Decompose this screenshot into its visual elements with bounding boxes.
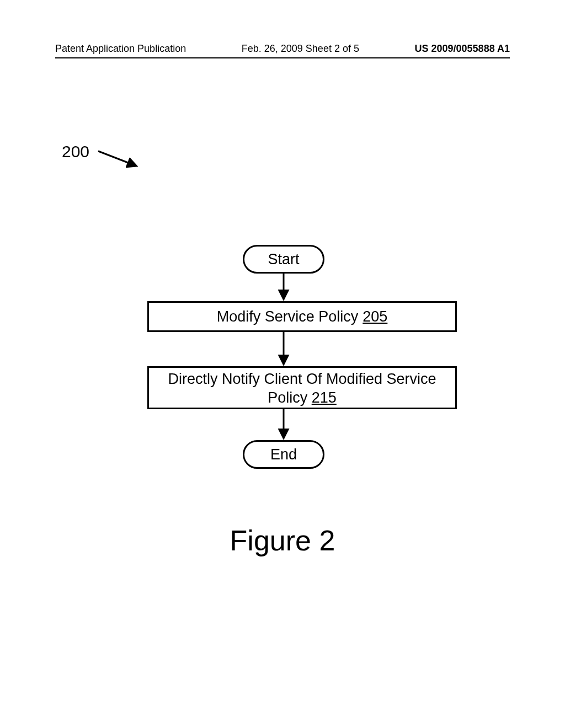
process-205-text: Modify Service Policy <box>217 308 359 325</box>
start-terminator: Start <box>243 245 324 274</box>
process-box-205: Modify Service Policy 205 <box>147 301 457 332</box>
figure-title: Figure 2 <box>0 524 565 557</box>
process-box-215: Directly Notify Client Of Modified Servi… <box>147 366 457 409</box>
process-205-ref: 205 <box>363 308 387 325</box>
flowchart-diagram: 200 Start Modify Service Policy 205 Dire… <box>0 0 565 728</box>
process-215-ref: 215 <box>312 389 337 406</box>
end-terminator: End <box>243 440 324 469</box>
reference-callout-arrow <box>98 151 135 165</box>
process-215-text: Directly Notify Client Of Modified Servi… <box>168 371 436 406</box>
start-label: Start <box>268 251 299 268</box>
flowchart-connectors <box>0 0 565 728</box>
diagram-reference-number: 200 <box>62 142 89 161</box>
end-label: End <box>270 446 297 463</box>
